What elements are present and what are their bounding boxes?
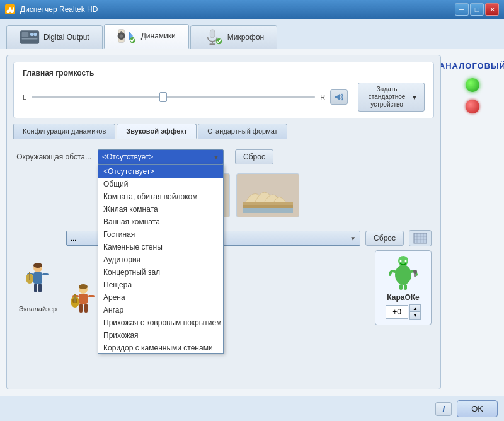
dropdown-item-8[interactable]: Концертный зал: [98, 266, 223, 279]
tab-speakers[interactable]: Динамики: [104, 24, 189, 49]
svg-point-58: [400, 260, 402, 262]
karaoke-spinner: ▲ ▼: [410, 304, 421, 320]
svg-point-2: [11, 10, 14, 13]
guitarist-image: [66, 284, 101, 325]
svg-rect-34: [42, 273, 49, 275]
eq-select-value: ...: [71, 234, 76, 242]
svg-point-12: [120, 31, 122, 33]
env-reset-button[interactable]: Сброс: [235, 149, 273, 164]
default-device-button[interactable]: Задать стандартное устройство ▼: [358, 83, 425, 112]
volume-title: Главная громкость: [23, 69, 425, 78]
main-tabs-row: Digital Output Динамики: [0, 19, 504, 49]
dropdown-item-7[interactable]: Аудитория: [98, 253, 223, 266]
tab-mic-label: Микрофон: [227, 33, 264, 42]
dropdown-item-3[interactable]: Жилая комната: [98, 203, 223, 216]
content-area: Главная громкость L R: [0, 49, 504, 396]
tab-mic[interactable]: Микрофон: [190, 25, 277, 49]
svg-rect-48: [79, 294, 88, 304]
tab-sound-effect[interactable]: Звуковой эффект: [117, 124, 197, 139]
eq-label-text: Эквалайзер: [19, 305, 57, 313]
svg-point-60: [395, 265, 411, 285]
volume-right-label: R: [320, 93, 325, 101]
svg-point-7: [30, 33, 33, 36]
app-icon: [5, 4, 15, 14]
info-button[interactable]: i: [435, 402, 452, 416]
svg-rect-35: [34, 284, 37, 292]
env-select-value: <Отсутствует>: [102, 153, 153, 161]
equalizer-section: Эквалайзер ... ▼ Сброс: [16, 230, 432, 345]
dropdown-item-11[interactable]: Ангар: [98, 304, 223, 316]
minimize-button[interactable]: ─: [455, 3, 469, 16]
bottom-bar: i OK: [0, 396, 504, 421]
mic-icon: [203, 30, 224, 45]
dropdown-item-12[interactable]: Прихожая с ковровым покрытием: [98, 316, 223, 329]
svg-rect-5: [22, 32, 29, 37]
env-select[interactable]: <Отсутствует> ▼: [98, 149, 224, 164]
svg-point-59: [405, 260, 407, 262]
eq-select-arrow-icon: ▼: [350, 235, 356, 242]
env-effect-row: Окружающая обста... <Отсутствует> ▼ <Отс…: [16, 149, 432, 164]
karaoke-decrement-button[interactable]: ▼: [410, 312, 420, 319]
tab-digital-output[interactable]: Digital Output: [6, 25, 103, 49]
svg-rect-51: [79, 304, 83, 313]
main-window: Digital Output Динамики: [0, 19, 504, 421]
effect-section: Окружающая обста... <Отсутствует> ▼ <Отс…: [13, 144, 434, 350]
led-green-indicator: [466, 78, 479, 92]
dropdown-item-13[interactable]: Прихожая: [98, 329, 223, 342]
select-arrow-icon: ▼: [213, 154, 219, 161]
karaoke-number: +0: [386, 305, 408, 319]
dropdown-item-6[interactable]: Каменные стены: [98, 241, 223, 253]
inner-tabs: Конфигурация динамиков Звуковой эффект С…: [13, 124, 434, 139]
volume-thumb[interactable]: [159, 92, 167, 102]
right-sidebar: АНАЛОГОВЫЙ: [447, 55, 498, 389]
env-dropdown-menu: <Отсутствует> Общий Комната, обитая войл…: [98, 164, 224, 354]
volume-row: L R Задать стандартное у: [23, 83, 425, 112]
svg-point-31: [33, 263, 42, 268]
dropdown-item-5[interactable]: Гостиная: [98, 228, 223, 241]
dropdown-item-10[interactable]: Арена: [98, 291, 223, 304]
svg-rect-3: [13, 7, 14, 12]
svg-rect-63: [399, 284, 403, 290]
svg-rect-36: [38, 284, 42, 292]
dropdown-item-2[interactable]: Комната, обитая войлоком: [98, 190, 223, 203]
maximize-button[interactable]: □: [470, 3, 484, 16]
karaoke-increment-button[interactable]: ▲: [410, 305, 420, 312]
volume-section: Главная громкость L R: [13, 62, 434, 118]
title-bar: Диспетчер Realtek HD ─ □ ✕: [0, 0, 504, 19]
volume-left-label: L: [23, 93, 26, 101]
dropdown-item-1[interactable]: Общий: [98, 178, 223, 190]
svg-rect-64: [404, 284, 407, 290]
eq-grid-icon[interactable]: [409, 230, 432, 246]
svg-rect-28: [243, 205, 293, 208]
svg-point-8: [33, 33, 37, 36]
left-panel: Главная громкость L R: [6, 55, 441, 389]
svg-point-11: [119, 34, 123, 38]
dropdown-item-14[interactable]: Коридор с каменными стенами: [98, 342, 223, 354]
tab-speakers-label: Динамики: [141, 32, 176, 40]
tab-default-format[interactable]: Стандартный формат: [198, 124, 287, 139]
close-button[interactable]: ✕: [485, 3, 499, 16]
ok-button[interactable]: OK: [457, 400, 498, 417]
env-label: Окружающая обста...: [16, 153, 91, 161]
default-device-label: Задать стандартное устройство: [365, 86, 409, 108]
karaoke-label: КараОКе: [387, 293, 419, 302]
svg-point-0: [7, 10, 10, 13]
eq-label-box: Эквалайзер: [16, 230, 60, 345]
svg-rect-14: [210, 30, 215, 38]
window-controls: ─ □ ✕: [455, 3, 499, 16]
dropdown-item-9[interactable]: Пещера: [98, 279, 223, 291]
eq-reset-button[interactable]: Сброс: [365, 231, 404, 246]
svg-rect-29: [243, 208, 293, 213]
mute-button[interactable]: [330, 89, 348, 105]
tab-speaker-config[interactable]: Конфигурация динамиков: [13, 124, 115, 139]
svg-point-47: [79, 284, 88, 289]
window-title: Диспетчер Realtek HD: [20, 5, 450, 14]
svg-rect-15: [212, 42, 213, 44]
karaoke-value-row: +0 ▲ ▼: [386, 304, 421, 320]
led-red-indicator: [466, 100, 479, 113]
volume-slider[interactable]: [32, 96, 315, 98]
dropdown-item-4[interactable]: Ванная комната: [98, 216, 223, 228]
svg-rect-52: [84, 304, 88, 313]
dropdown-item-0[interactable]: <Отсутствует>: [98, 165, 223, 178]
speakers-icon: [117, 28, 137, 43]
